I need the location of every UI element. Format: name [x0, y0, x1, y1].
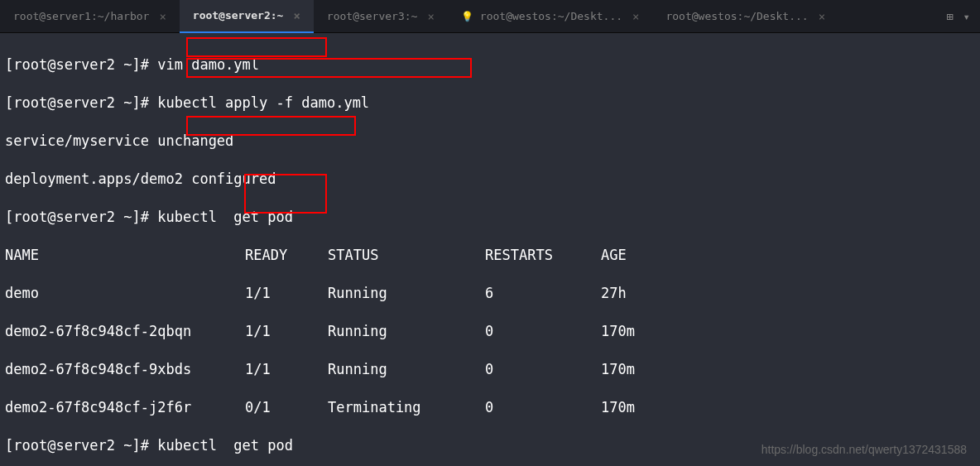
prompt: [root@server2 ~]#	[5, 209, 157, 225]
cell-age: 170m	[601, 399, 635, 416]
tab-server2[interactable]: root@server2:~ ×	[180, 0, 314, 33]
cell-status: Running	[328, 284, 485, 303]
col-status: STATUS	[328, 246, 485, 265]
tab-label: root@server2:~	[193, 9, 284, 22]
tab-server1[interactable]: root@server1:~/harbor ×	[0, 0, 180, 33]
prompt: [root@server2 ~]#	[5, 94, 157, 111]
col-restarts: RESTARTS	[485, 246, 601, 265]
cell-status: Running	[328, 322, 485, 341]
col-ready: READY	[245, 246, 328, 265]
cell-ready: 1/1	[245, 322, 328, 341]
tab-right-controls: ⊞ ▾	[946, 10, 980, 23]
terminal-output[interactable]: [root@server2 ~]# vim damo.yml [root@ser…	[0, 33, 980, 466]
close-icon[interactable]: ×	[427, 10, 434, 23]
cell-name: demo2-67f8c948cf-2qbqn	[5, 322, 245, 341]
cell-name: demo2-67f8c948cf-j2f6r	[5, 398, 245, 417]
cell-age: 170m	[601, 361, 635, 377]
tab-westos1[interactable]: 💡 root@westos:~/Deskt... ×	[448, 0, 653, 33]
table-row: demo2-67f8c948cf-9xbds1/1Running0170m	[5, 360, 975, 379]
cell-restarts: 0	[485, 398, 601, 417]
close-icon[interactable]: ×	[819, 10, 825, 23]
cell-ready: 1/1	[245, 284, 328, 303]
table-header: NAMEREADYSTATUSRESTARTSAGE	[5, 246, 975, 265]
tab-westos2[interactable]: root@westos:~/Deskt... ×	[652, 0, 838, 33]
cell-status: Running	[328, 360, 485, 379]
cell-restarts: 0	[485, 360, 601, 379]
command-kubectl-get: kubectl get pod	[157, 209, 293, 225]
command-kubectl-apply: kubectl apply -f damo.yml	[157, 94, 369, 111]
cell-age: 170m	[601, 323, 635, 339]
tab-server3[interactable]: root@server3:~ ×	[314, 0, 448, 33]
cell-restarts: 0	[485, 322, 601, 341]
cell-ready: 1/1	[245, 360, 328, 379]
output-line: deployment.apps/demo2 configured	[5, 170, 975, 189]
output-line: service/myservice unchanged	[5, 132, 975, 151]
prompt: [root@server2 ~]#	[5, 56, 157, 73]
cell-status: Terminating	[328, 398, 485, 417]
prompt: [root@server2 ~]#	[5, 437, 157, 454]
command-kubectl-get: kubectl get pod	[157, 437, 293, 454]
col-name: NAME	[5, 246, 245, 265]
col-age: AGE	[601, 247, 627, 263]
watermark: https://blog.csdn.net/qwerty1372431588	[761, 443, 967, 456]
tab-bar: root@server1:~/harbor × root@server2:~ ×…	[0, 0, 980, 33]
tab-label: root@westos:~/Deskt...	[665, 10, 808, 22]
table-row: demo2-67f8c948cf-j2f6r0/1Terminating0170…	[5, 398, 975, 417]
tab-label: root@server1:~/harbor	[13, 10, 149, 22]
cell-ready: 0/1	[245, 398, 328, 417]
cell-age: 27h	[601, 285, 627, 301]
tab-label: root@server3:~	[327, 10, 418, 22]
tab-label: root@westos:~/Deskt...	[480, 10, 622, 22]
dropdown-icon[interactable]: ▾	[963, 10, 970, 23]
table-row: demo1/1Running627h	[5, 284, 975, 303]
cell-name: demo2-67f8c948cf-9xbds	[5, 360, 245, 379]
command-vim: vim damo.yml	[157, 56, 259, 73]
close-icon[interactable]: ×	[293, 9, 300, 22]
table-row: demo2-67f8c948cf-2qbqn1/1Running0170m	[5, 322, 975, 341]
layout-icon[interactable]: ⊞	[946, 10, 953, 23]
cell-name: demo	[5, 284, 245, 303]
cell-restarts: 6	[485, 284, 601, 303]
close-icon[interactable]: ×	[632, 10, 639, 23]
bulb-icon: 💡	[461, 11, 473, 22]
close-icon[interactable]: ×	[159, 10, 166, 23]
